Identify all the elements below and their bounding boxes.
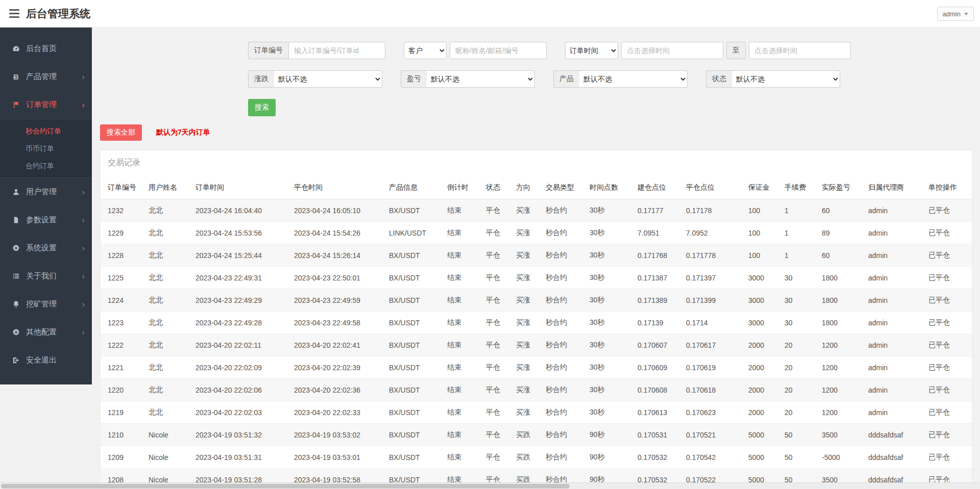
cell-direction: 买涨 <box>512 199 542 222</box>
cell-status: 平仓 <box>482 379 512 401</box>
cell-user-name[interactable]: 北北 <box>144 244 191 267</box>
cell-trade-type: 秒合约 <box>542 244 585 267</box>
admin-dropdown[interactable]: admin <box>937 7 974 21</box>
cell-user-name[interactable]: 北北 <box>144 312 191 334</box>
cell-countdown: 结束 <box>443 334 482 356</box>
cell-status: 平仓 <box>482 334 512 356</box>
horizontal-scrollbar[interactable] <box>0 482 980 489</box>
cell-user-name[interactable]: Nicole <box>144 446 191 469</box>
cell-margin: 100 <box>744 222 780 244</box>
order-time-select[interactable]: 订单时间 <box>565 42 618 59</box>
cell-order-id: 1222 <box>101 334 144 356</box>
cell-user-name[interactable]: 北北 <box>144 401 191 424</box>
cell-user-name[interactable]: 北北 <box>144 334 191 356</box>
cell-user-name[interactable]: Nicole <box>144 424 191 446</box>
cell-fee: 30 <box>780 267 818 289</box>
cell-agent: dddsafdsaf <box>864 424 924 446</box>
cell-close-price: 0.170542 <box>682 446 744 469</box>
cell-product: BX/USDT <box>385 289 443 312</box>
status-select[interactable]: 默认不选 <box>732 70 840 88</box>
sidebar-item-about[interactable]: 关于我们 › <box>0 262 92 290</box>
cell-trade-type: 秒合约 <box>542 312 585 334</box>
customer-select[interactable]: 客户 <box>404 42 447 59</box>
col-margin: 保证金 <box>744 176 780 199</box>
cell-status: 平仓 <box>482 356 512 379</box>
sidebar-item-coin-orders[interactable]: 币币订单 <box>0 140 92 157</box>
cell-countdown: 结束 <box>443 401 482 424</box>
sidebar-item-other-config[interactable]: 其他配置 › <box>0 318 92 346</box>
cell-user-name[interactable]: 北北 <box>144 379 191 401</box>
sidebar-item-params[interactable]: 参数设置 › <box>0 206 92 234</box>
search-button[interactable]: 搜索 <box>248 99 276 116</box>
sidebar: 后台首页 Ƀ 产品管理 › 订单管理 › 秒合约订单 币币订单 合约订单 用户管… <box>0 28 92 384</box>
time-end-input[interactable] <box>749 42 851 59</box>
cell-user-name[interactable]: 北北 <box>144 199 191 222</box>
cell-status: 平仓 <box>482 244 512 267</box>
sidebar-item-second-contract-orders[interactable]: 秒合约订单 <box>0 122 92 140</box>
order-no-input[interactable] <box>288 42 385 59</box>
product-label: 产品 <box>553 70 579 88</box>
updown-label: 涨跌 <box>248 70 274 88</box>
cell-agent: admin <box>864 401 924 424</box>
cell-close-time: 2023-04-24 16:05:10 <box>290 199 385 222</box>
cell-order-id: 1232 <box>101 199 144 222</box>
cell-user-name[interactable]: 北北 <box>144 356 191 379</box>
cell-status: 平仓 <box>482 401 512 424</box>
updown-select[interactable]: 默认不选 <box>274 70 382 88</box>
sidebar-item-label: 其他配置 <box>26 327 57 337</box>
sidebar-item-orders[interactable]: 订单管理 › <box>0 91 92 119</box>
cell-product: BX/USDT <box>385 267 443 289</box>
col-time-point: 时间点数 <box>585 176 633 199</box>
sidebar-item-contract-orders[interactable]: 合约订单 <box>0 157 92 174</box>
table-row: 1223 北北 2023-04-23 22:49:28 2023-04-23 2… <box>101 312 972 334</box>
cell-direction: 买涨 <box>512 289 542 312</box>
cell-user-name[interactable]: 北北 <box>144 289 191 312</box>
cell-countdown: 结束 <box>443 222 482 244</box>
col-status: 状态 <box>482 176 512 199</box>
cell-fee: 20 <box>780 401 818 424</box>
cell-countdown: 结束 <box>443 312 482 334</box>
cell-user-name[interactable]: 北北 <box>144 222 191 244</box>
col-close-time: 平仓时间 <box>290 176 385 199</box>
cell-order-time: 2023-04-20 22:02:03 <box>191 401 290 424</box>
cell-action: 已平仓 <box>924 267 972 289</box>
sidebar-item-home[interactable]: 后台首页 <box>0 35 92 63</box>
sidebar-item-mining[interactable]: 挖矿管理 › <box>0 290 92 318</box>
time-start-input[interactable] <box>621 42 723 59</box>
sidebar-item-system[interactable]: 系统设置 › <box>0 234 92 262</box>
cell-agent: admin <box>864 334 924 356</box>
sidebar-item-label: 挖矿管理 <box>26 299 57 309</box>
cell-direction: 买跌 <box>512 446 542 469</box>
profit-select[interactable]: 默认不选 <box>427 70 535 88</box>
cell-close-time: 2023-04-23 22:49:59 <box>290 289 385 312</box>
cell-margin: 2000 <box>744 356 780 379</box>
cell-action: 已平仓 <box>924 356 972 379</box>
cell-user-name[interactable]: 北北 <box>144 267 191 289</box>
customer-input[interactable] <box>450 42 547 59</box>
cell-fee: 50 <box>780 424 818 446</box>
sidebar-item-logout[interactable]: 安全退出 <box>0 346 92 374</box>
sidebar-item-products[interactable]: Ƀ 产品管理 › <box>0 63 92 91</box>
cell-open-price: 0.171768 <box>633 244 682 267</box>
sidebar-item-users[interactable]: 用户管理 › <box>0 178 92 206</box>
cell-margin: 100 <box>744 244 780 267</box>
trade-records-panel: 交易记录 订单编号 用户姓名 订单时间 平仓时间 产品信息 倒计时 状态 方向 <box>100 150 972 489</box>
search-all-button[interactable]: 搜索全部 <box>100 124 142 141</box>
cell-product: BX/USDT <box>385 312 443 334</box>
cell-fee: 20 <box>780 379 818 401</box>
cell-product: BX/USDT <box>385 199 443 222</box>
product-select[interactable]: 默认不选 <box>579 70 688 88</box>
cell-profit: 1200 <box>818 401 864 424</box>
cell-direction: 买涨 <box>512 334 542 356</box>
cell-product: BX/USDT <box>385 379 443 401</box>
scrollbar-thumb[interactable] <box>1 484 570 488</box>
cell-profit: 89 <box>818 222 864 244</box>
hamburger-menu-icon[interactable] <box>9 7 19 20</box>
cell-status: 平仓 <box>482 222 512 244</box>
cell-profit: 60 <box>818 199 864 222</box>
cell-time-point: 30秒 <box>585 334 633 356</box>
cell-time-point: 90秒 <box>585 424 633 446</box>
cell-direction: 买涨 <box>512 356 542 379</box>
cell-open-price: 7.0951 <box>633 222 682 244</box>
admin-username: admin <box>943 10 961 18</box>
